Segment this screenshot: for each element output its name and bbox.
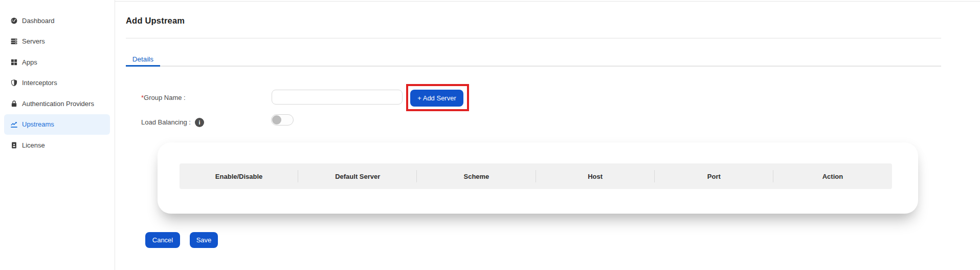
app-window: Dashboard Servers xyxy=(0,0,980,270)
tab-active-underline xyxy=(126,65,160,67)
column-header-port: Port xyxy=(655,163,773,189)
servers-icon xyxy=(10,37,18,45)
column-header-host: Host xyxy=(536,163,655,189)
license-badge-icon xyxy=(10,141,18,149)
servers-table-card: Enable/Disable Default Server Scheme Hos… xyxy=(158,142,918,214)
table-header-row: Enable/Disable Default Server Scheme Hos… xyxy=(180,163,892,189)
sidebar-item-label: Authentication Providers xyxy=(22,100,94,108)
sidebar-item-label: Interceptors xyxy=(22,79,57,87)
column-header-action: Action xyxy=(773,163,892,189)
sidebar-item-apps[interactable]: Apps xyxy=(4,52,110,72)
load-balancing-label: Load Balancing : xyxy=(141,118,191,126)
add-server-button[interactable]: + Add Server xyxy=(410,90,463,107)
cancel-button[interactable]: Cancel xyxy=(145,232,180,248)
shield-icon xyxy=(10,79,18,87)
info-icon[interactable]: i xyxy=(195,118,204,127)
sidebar-item-label: Dashboard xyxy=(22,17,55,25)
sidebar-item-dashboard[interactable]: Dashboard xyxy=(4,10,110,31)
apps-grid-icon xyxy=(10,58,18,66)
title-divider xyxy=(126,38,941,38)
sidebar-item-servers[interactable]: Servers xyxy=(4,31,110,52)
group-name-input[interactable] xyxy=(272,90,403,105)
toggle-knob xyxy=(272,115,281,124)
sidebar-item-authentication-providers[interactable]: Authentication Providers xyxy=(4,93,110,114)
page-title: Add Upstream xyxy=(126,16,185,26)
tabbar-border xyxy=(126,66,941,67)
main-content: Add Upstream Details *Group Name : + Add… xyxy=(116,0,980,270)
column-header-enable-disable: Enable/Disable xyxy=(180,163,298,189)
sidebar-item-label: Apps xyxy=(22,58,37,66)
sidebar-item-label: Servers xyxy=(22,37,45,45)
sidebar-item-interceptors[interactable]: Interceptors xyxy=(4,73,110,93)
lock-icon xyxy=(10,100,18,108)
save-button[interactable]: Save xyxy=(190,232,218,248)
sidebar-item-label: License xyxy=(22,141,45,149)
column-header-scheme: Scheme xyxy=(417,163,536,189)
sidebar: Dashboard Servers xyxy=(0,0,115,270)
tab-details[interactable]: Details xyxy=(126,52,160,67)
tab-details-label: Details xyxy=(132,55,153,63)
sidebar-item-label: Upstreams xyxy=(22,120,54,128)
trend-chart-icon xyxy=(10,120,18,128)
column-header-default-server: Default Server xyxy=(298,163,417,189)
group-name-label: *Group Name : xyxy=(141,94,186,101)
dashboard-gauge-icon xyxy=(10,17,18,25)
sidebar-item-upstreams[interactable]: Upstreams xyxy=(4,114,110,135)
load-balancing-toggle[interactable] xyxy=(271,114,294,126)
sidebar-item-license[interactable]: License xyxy=(4,135,110,155)
group-name-label-text: Group Name : xyxy=(144,94,186,101)
sidebar-nav: Dashboard Servers xyxy=(0,10,115,155)
